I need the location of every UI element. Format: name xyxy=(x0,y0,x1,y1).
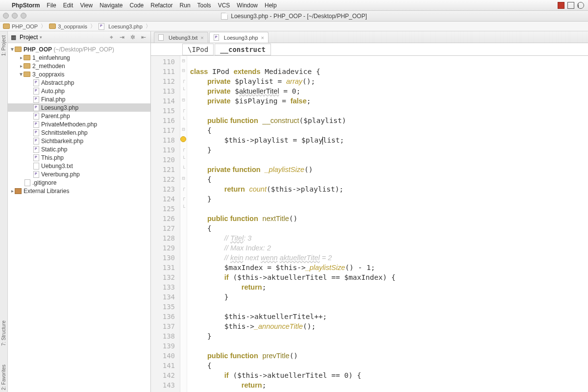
tree-label: Loesung3.php xyxy=(41,104,78,111)
menu-tools[interactable]: Tools xyxy=(197,2,211,9)
tree-label: 2_methoden xyxy=(32,63,65,70)
intention-bulb-icon[interactable] xyxy=(180,136,186,142)
tree-file[interactable]: Vererbung.php xyxy=(8,170,150,178)
editor-tab-label: Uebung3.txt xyxy=(169,35,197,41)
crumb-project[interactable]: PHP_OOP xyxy=(12,24,38,29)
tree-root-label: PHP_OOP xyxy=(24,46,52,53)
left-tool-strip: 1: Project 7: Structure 2: Favorites xyxy=(0,31,8,392)
tree-file[interactable]: Sichtbarkeit.php xyxy=(8,137,150,145)
tree-label: External Libraries xyxy=(24,188,69,195)
library-icon xyxy=(15,188,22,194)
menu-vcs[interactable]: VCS xyxy=(218,2,230,9)
hide-icon[interactable]: ⇤ xyxy=(140,33,147,41)
php-file-icon xyxy=(98,23,104,30)
folder-icon xyxy=(3,24,10,29)
dropdown-icon[interactable]: ▾ xyxy=(40,35,42,40)
tree-folder[interactable]: ▸2_methoden xyxy=(8,62,150,70)
window-titlebar: Loesung3.php - PHP_OOP - [~/Desktop/PHP_… xyxy=(0,11,588,22)
tree-label: 1_einfuehrung xyxy=(32,54,70,61)
tree-label: Sichtbarkeit.php xyxy=(41,138,83,145)
tree-label: This.php xyxy=(41,154,64,161)
tree-folder[interactable]: ▸1_einfuehrung xyxy=(8,53,150,62)
tree-label: Static.php xyxy=(41,146,67,153)
editor-tabs: Uebung3.txt × Loesung3.php × xyxy=(151,31,588,43)
tree-file[interactable]: Abstract.php xyxy=(8,78,150,87)
tree-root[interactable]: ▼ PHP_OOP (~/Desktop/PHP_OOP) xyxy=(8,45,150,53)
crumb-file[interactable]: Loesung3.php xyxy=(108,24,143,29)
tree-file[interactable]: Final.php xyxy=(8,95,150,103)
fold-column[interactable]: ⊟ ⊟ ┌ └ ⊟ ┌ └ ⊟ ┌ ┌ └ └ ⊟ ┌ ┌ └ xyxy=(180,56,187,392)
tree-label: .gitignore xyxy=(32,179,56,186)
tree-file[interactable]: Parent.php xyxy=(8,112,150,120)
project-view-icon: ▦ xyxy=(11,34,18,41)
editor-tab[interactable]: Uebung3.txt × xyxy=(154,32,208,43)
toolwindow-favorites-button[interactable]: 2: Favorites xyxy=(1,363,6,392)
tree-file[interactable]: Static.php xyxy=(8,145,150,153)
tree-file-selected[interactable]: Loesung3.php xyxy=(8,103,150,112)
tree-file[interactable]: Uebung3.txt xyxy=(8,162,150,170)
menu-refactor[interactable]: Refactor xyxy=(150,2,172,9)
chevron-right-icon: 〉 xyxy=(89,23,97,30)
breadcrumb-method[interactable]: __construct xyxy=(215,44,271,55)
editor-breadcrumb: \IPod __construct xyxy=(151,43,588,56)
php-file-icon xyxy=(214,34,219,41)
tree-label: Auto.php xyxy=(41,88,65,95)
collapse-all-icon[interactable]: ⇥ xyxy=(118,33,126,41)
app-name[interactable]: PhpStorm xyxy=(12,2,40,9)
breadcrumb-class[interactable]: \IPod xyxy=(182,44,214,55)
code-editor[interactable]: class IPod extends Mediadevice { private… xyxy=(187,56,588,392)
editor-area: Uebung3.txt × Loesung3.php × \IPod __con… xyxy=(151,31,588,392)
menu-run[interactable]: Run xyxy=(180,2,191,9)
tree-label: Final.php xyxy=(41,96,65,103)
tree-file[interactable]: .gitignore xyxy=(8,178,150,187)
close-icon[interactable]: × xyxy=(261,35,264,41)
tree-file[interactable]: Auto.php xyxy=(8,87,150,95)
tree-file[interactable]: Schnittstellen.php xyxy=(8,128,150,137)
close-icon[interactable]: × xyxy=(200,35,203,41)
menu-window[interactable]: Window xyxy=(237,2,258,9)
menu-navigate[interactable]: Navigate xyxy=(99,2,122,9)
editor-tab-label: Loesung3.php xyxy=(224,35,258,41)
minimize-window-icon[interactable] xyxy=(12,13,18,19)
tree-external-libs[interactable]: ▸External Libraries xyxy=(8,187,150,195)
project-tool-window: ▦ Project ▾ ⌖ ⇥ ✲ ⇤ ▼ PHP_OOP (~/Desktop… xyxy=(8,31,151,392)
crumb-folder[interactable]: 3_ooppraxis xyxy=(58,24,87,29)
text-file-icon xyxy=(158,34,164,41)
menu-edit[interactable]: Edit xyxy=(63,2,74,9)
line-number-gutter[interactable]: 110 111 112 113 114 115 116 117 118 119 … xyxy=(151,56,180,392)
folder-icon xyxy=(49,24,56,29)
tray-icon-1[interactable] xyxy=(567,2,574,9)
toolwindow-structure-button[interactable]: 7: Structure xyxy=(1,318,6,348)
toolwindow-project-button[interactable]: 1: Project xyxy=(1,33,6,58)
tree-folder[interactable]: ▼3_ooppraxis xyxy=(8,70,150,78)
tree-label: Schnittstellen.php xyxy=(41,129,88,136)
status-indicator-icon[interactable] xyxy=(558,2,564,9)
menu-help[interactable]: Help xyxy=(265,2,277,9)
tree-root-path: (~/Desktop/PHP_OOP) xyxy=(53,46,114,53)
close-window-icon[interactable] xyxy=(3,13,9,19)
window-controls xyxy=(3,13,26,19)
gear-icon[interactable]: ✲ xyxy=(129,33,137,41)
project-tree[interactable]: ▼ PHP_OOP (~/Desktop/PHP_OOP) ▸1_einfueh… xyxy=(8,43,150,392)
tree-file[interactable]: This.php xyxy=(8,153,150,162)
zoom-window-icon[interactable] xyxy=(21,13,26,19)
tray-icon-2[interactable]: i xyxy=(577,2,584,9)
tree-label: PrivateMethoden.php xyxy=(41,121,97,128)
tree-label: Abstract.php xyxy=(41,79,74,86)
macos-menubar: PhpStorm File Edit View Navigate Code Re… xyxy=(0,0,588,11)
title-file-icon xyxy=(221,13,228,20)
chevron-right-icon: 〉 xyxy=(145,23,152,30)
chevron-right-icon: 〉 xyxy=(40,23,47,30)
window-title: Loesung3.php - PHP_OOP - [~/Desktop/PHP_… xyxy=(231,13,367,20)
tree-label: 3_ooppraxis xyxy=(32,71,64,78)
tree-label: Parent.php xyxy=(41,113,70,120)
tree-label: Uebung3.txt xyxy=(41,163,73,170)
navigation-bar: PHP_OOP 〉 3_ooppraxis 〉 Loesung3.php 〉 xyxy=(0,22,588,31)
project-tab-label[interactable]: Project xyxy=(20,34,38,41)
menu-file[interactable]: File xyxy=(47,2,56,9)
scroll-from-source-icon[interactable]: ⌖ xyxy=(107,33,115,41)
editor-tab-active[interactable]: Loesung3.php × xyxy=(209,32,269,43)
menu-code[interactable]: Code xyxy=(130,2,144,9)
tree-file[interactable]: PrivateMethoden.php xyxy=(8,120,150,128)
menu-view[interactable]: View xyxy=(80,2,93,9)
